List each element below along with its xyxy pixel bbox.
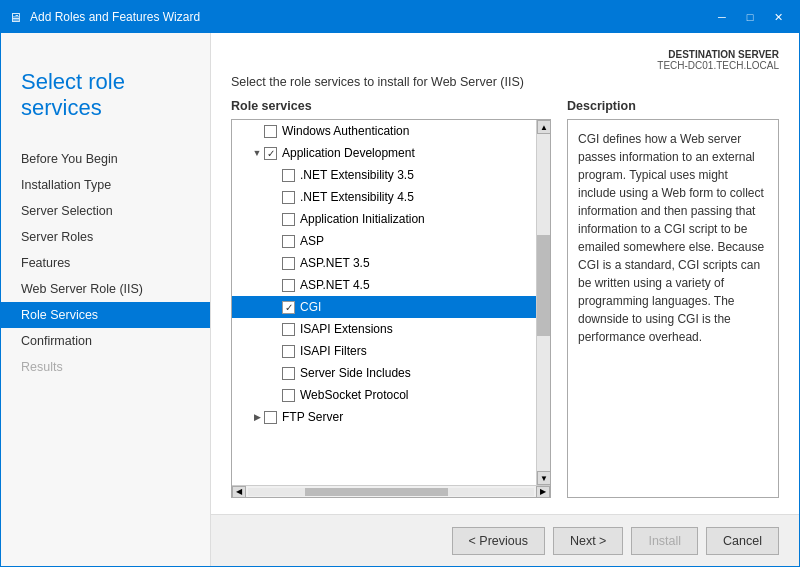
destination-server-info: DESTINATION SERVER TECH-DC01.TECH.LOCAL (231, 49, 779, 71)
checkbox-isapi-ext[interactable] (282, 323, 295, 336)
label-websocket: WebSocket Protocol (300, 388, 409, 402)
role-services-tree: Windows Authentication ▼ Application Dev… (231, 119, 551, 498)
expand-ftp[interactable]: ▶ (250, 410, 264, 424)
label-isapi-filters: ISAPI Filters (300, 344, 367, 358)
tree-item-app-dev[interactable]: ▼ Application Development (232, 142, 536, 164)
checkbox-aspnet-45[interactable] (282, 279, 295, 292)
label-asp: ASP (300, 234, 324, 248)
label-cgi: CGI (300, 300, 321, 314)
label-aspnet-45: ASP.NET 4.5 (300, 278, 370, 292)
dest-server-name: TECH-DC01.TECH.LOCAL (657, 60, 779, 71)
tree-item-aspnet-45[interactable]: ASP.NET 4.5 (232, 274, 536, 296)
minimize-button[interactable]: ─ (709, 7, 735, 27)
footer: < Previous Next > Install Cancel (211, 514, 799, 566)
page-header: Select role services (1, 53, 210, 130)
tree-item-aspnet-35[interactable]: ASP.NET 3.5 (232, 252, 536, 274)
title-bar-left: 🖥 Add Roles and Features Wizard (9, 10, 200, 25)
sidebar-item-features[interactable]: Features (1, 250, 210, 276)
scroll-left-button[interactable]: ◀ (232, 486, 246, 498)
expand-app-dev[interactable]: ▼ (250, 146, 264, 160)
label-server-side-includes: Server Side Includes (300, 366, 411, 380)
checkbox-isapi-filters[interactable] (282, 345, 295, 358)
checkbox-windows-auth[interactable] (264, 125, 277, 138)
label-app-init: Application Initialization (300, 212, 425, 226)
sidebar-item-server-selection[interactable]: Server Selection (1, 198, 210, 224)
tree-item-app-init[interactable]: Application Initialization (232, 208, 536, 230)
tree-scroll-area[interactable]: Windows Authentication ▼ Application Dev… (232, 120, 536, 485)
label-windows-auth: Windows Authentication (282, 124, 409, 138)
sidebar: Select role services Before You Begin In… (1, 33, 211, 566)
label-app-dev: Application Development (282, 146, 415, 160)
label-ftp-server: FTP Server (282, 410, 343, 424)
sidebar-item-confirmation[interactable]: Confirmation (1, 328, 210, 354)
sidebar-item-server-roles[interactable]: Server Roles (1, 224, 210, 250)
title-bar: 🖥 Add Roles and Features Wizard ─ □ ✕ (1, 1, 799, 33)
checkbox-app-init[interactable] (282, 213, 295, 226)
dest-server-label: DESTINATION SERVER (231, 49, 779, 60)
tree-item-windows-auth[interactable]: Windows Authentication (232, 120, 536, 142)
sidebar-item-role-services[interactable]: Role Services (1, 302, 210, 328)
vertical-scrollbar[interactable]: ▲ ▼ (536, 120, 550, 485)
sidebar-item-installation-type[interactable]: Installation Type (1, 172, 210, 198)
scroll-track[interactable] (537, 134, 550, 471)
sidebar-item-results: Results (1, 354, 210, 380)
tree-item-websocket[interactable]: WebSocket Protocol (232, 384, 536, 406)
scroll-thumb[interactable] (537, 235, 550, 336)
label-net-ext-35: .NET Extensibility 3.5 (300, 168, 414, 182)
window-title: Add Roles and Features Wizard (30, 10, 200, 24)
tree-item-ftp-server[interactable]: ▶ FTP Server (232, 406, 536, 428)
close-button[interactable]: ✕ (765, 7, 791, 27)
cancel-button[interactable]: Cancel (706, 527, 779, 555)
checkbox-net-ext-35[interactable] (282, 169, 295, 182)
description-text: CGI defines how a Web server passes info… (567, 119, 779, 498)
description-header: Description (567, 99, 779, 113)
label-net-ext-45: .NET Extensibility 4.5 (300, 190, 414, 204)
tree-item-net-ext-35[interactable]: .NET Extensibility 3.5 (232, 164, 536, 186)
role-services-header: Role services (231, 99, 551, 113)
scroll-up-button[interactable]: ▲ (537, 120, 550, 134)
tree-item-asp[interactable]: ASP (232, 230, 536, 252)
sidebar-item-before-you-begin[interactable]: Before You Begin (1, 146, 210, 172)
window-icon: 🖥 (9, 10, 22, 25)
instruction-text: Select the role services to install for … (231, 75, 779, 89)
tree-wrapper: Windows Authentication ▼ Application Dev… (232, 120, 550, 485)
checkbox-aspnet-35[interactable] (282, 257, 295, 270)
columns: Role services Windows Authentication (231, 99, 779, 498)
maximize-button[interactable]: □ (737, 7, 763, 27)
label-isapi-ext: ISAPI Extensions (300, 322, 393, 336)
main-inner: DESTINATION SERVER TECH-DC01.TECH.LOCAL … (211, 33, 799, 514)
checkbox-net-ext-45[interactable] (282, 191, 295, 204)
content-area: Select role services Before You Begin In… (1, 33, 799, 566)
tree-item-server-side-includes[interactable]: Server Side Includes (232, 362, 536, 384)
scroll-right-button[interactable]: ▶ (536, 486, 550, 498)
checkbox-app-dev[interactable] (264, 147, 277, 160)
title-bar-controls: ─ □ ✕ (709, 7, 791, 27)
tree-item-net-ext-45[interactable]: .NET Extensibility 4.5 (232, 186, 536, 208)
checkbox-server-side-includes[interactable] (282, 367, 295, 380)
description-column: Description CGI defines how a Web server… (567, 99, 779, 498)
checkbox-ftp-server[interactable] (264, 411, 277, 424)
checkbox-cgi[interactable] (282, 301, 295, 314)
checkbox-asp[interactable] (282, 235, 295, 248)
checkbox-websocket[interactable] (282, 389, 295, 402)
tree-item-isapi-ext[interactable]: ISAPI Extensions (232, 318, 536, 340)
main-window: 🖥 Add Roles and Features Wizard ─ □ ✕ Se… (0, 0, 800, 567)
tree-item-isapi-filters[interactable]: ISAPI Filters (232, 340, 536, 362)
h-scroll-track[interactable] (248, 488, 534, 496)
label-aspnet-35: ASP.NET 3.5 (300, 256, 370, 270)
previous-button[interactable]: < Previous (452, 527, 545, 555)
main-content: DESTINATION SERVER TECH-DC01.TECH.LOCAL … (211, 33, 799, 566)
h-scroll-thumb[interactable] (305, 488, 448, 496)
sidebar-nav: Before You Begin Installation Type Serve… (1, 146, 210, 380)
role-services-column: Role services Windows Authentication (231, 99, 551, 498)
page-title: Select role services (21, 69, 190, 122)
scroll-down-button[interactable]: ▼ (537, 471, 550, 485)
tree-item-cgi[interactable]: CGI (232, 296, 536, 318)
sidebar-item-web-server-role[interactable]: Web Server Role (IIS) (1, 276, 210, 302)
horizontal-scrollbar[interactable]: ◀ ▶ (232, 485, 550, 497)
install-button[interactable]: Install (631, 527, 698, 555)
next-button[interactable]: Next > (553, 527, 623, 555)
